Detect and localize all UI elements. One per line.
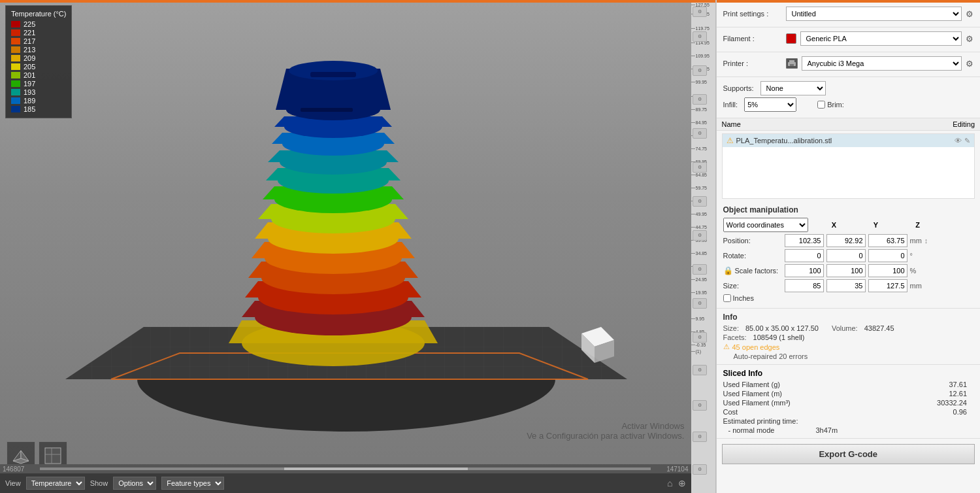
eye-icon[interactable]: 👁 [955, 137, 962, 144]
ruler-tick-line [691, 253, 695, 254]
ruler-icon[interactable]: ⚙ [693, 264, 707, 275]
filament-color-swatch [786, 33, 796, 44]
legend-value: 201 [24, 71, 35, 79]
scale-y[interactable] [826, 264, 866, 277]
supports-label: Supports: [723, 84, 754, 92]
printer-select[interactable]: Anycubic i3 Mega [802, 56, 962, 71]
ruler-icon[interactable]: ⚙ [693, 400, 707, 411]
open-edges-warn: ⚠ 45 open edges [723, 343, 974, 351]
ruler-icon[interactable]: ⚙ [693, 298, 707, 309]
supports-select[interactable]: None [760, 81, 826, 95]
ruler-tick: 59.75 [691, 186, 715, 190]
view-select[interactable]: Temperature [26, 477, 85, 490]
coord-system-select[interactable]: World coordinates [723, 218, 808, 232]
legend-value: 205 [24, 63, 35, 71]
ruler-tick-line [691, 227, 695, 228]
legend-swatch [11, 72, 20, 78]
rotate-x[interactable] [785, 249, 824, 262]
ruler-icon[interactable]: ⚙ [693, 464, 707, 475]
object-list-item[interactable]: ⚠ PLA_Temperatu...alibration.stl 👁 ✎ [723, 134, 975, 147]
3d-viewport[interactable]: Temperature (°C) 22522121721320920520119… [0, 0, 691, 493]
filament-dropdown-wrap: Generic PLA [800, 31, 962, 46]
brim-checkbox[interactable] [817, 101, 825, 109]
legend-value: 193 [24, 88, 35, 96]
legend-swatch [11, 63, 20, 70]
legend-swatch [11, 38, 20, 44]
legend-swatch [11, 21, 20, 27]
scale-left: 146807 [0, 466, 27, 473]
info-title: Info [723, 313, 974, 322]
supports-dropdown-wrap: None [760, 81, 973, 95]
export-gcode-button[interactable]: Export G-code [722, 444, 975, 464]
infill-label: Infill: [723, 101, 738, 109]
ruler-icon[interactable]: ⚙ [693, 7, 707, 17]
size-y[interactable] [826, 279, 866, 292]
printer-icon [786, 58, 798, 69]
legend-value: 213 [24, 46, 35, 54]
position-z[interactable] [868, 234, 907, 247]
ruler-icon[interactable]: ⚙ [693, 230, 707, 241]
svg-rect-46 [790, 64, 794, 66]
ruler-icon[interactable]: ⚙ [693, 162, 707, 173]
printer-settings-icon[interactable]: ⚙ [966, 59, 973, 69]
ruler-icon[interactable]: ⚙ [693, 65, 707, 76]
size-val: 85.00 x 35.00 x 127.50 [745, 324, 819, 332]
ruler-tick: 49.95 [691, 212, 715, 216]
print-settings-gear-icon[interactable]: ⚙ [966, 9, 973, 19]
ruler-tick: 24.95 [691, 277, 715, 282]
ruler-icon[interactable]: ⚙ [693, 432, 707, 442]
horizontal-scrollbar[interactable]: 146807 147104 [0, 464, 691, 473]
object-list-header: Name Editing [717, 118, 981, 131]
ruler-tick-line [691, 148, 695, 149]
slider-track[interactable] [40, 468, 651, 470]
scale-z[interactable] [868, 264, 907, 277]
print-settings-select[interactable]: Untitled [786, 7, 962, 21]
size-z[interactable] [868, 279, 907, 292]
ruler-tick: 44.75 [691, 225, 715, 230]
position-x[interactable] [785, 234, 824, 247]
ruler-icon[interactable]: ⚙ [693, 128, 707, 139]
rotate-y[interactable] [826, 249, 866, 262]
ruler-tick-line [691, 42, 695, 43]
home-icon[interactable]: ⌂ [667, 478, 672, 488]
rotate-z[interactable] [868, 249, 907, 262]
feature-select[interactable]: Feature types [161, 477, 224, 490]
position-reset-icon[interactable]: ↕ [924, 237, 928, 245]
edit-icon[interactable]: ✎ [964, 137, 970, 145]
scale-x[interactable] [785, 264, 824, 277]
bottom-toolbar: View Temperature Show Options Feature ty… [0, 473, 691, 493]
ruler-icon[interactable]: ⚙ [693, 332, 707, 343]
legend-value: 185 [24, 105, 35, 113]
filament-select[interactable]: Generic PLA [800, 31, 962, 46]
size-x[interactable] [785, 279, 824, 292]
position-y[interactable] [826, 234, 866, 247]
filament-m-val: 12.61 [949, 390, 967, 398]
ruler-tick-line [691, 318, 695, 319]
infill-row: Infill: 5% Brim: [723, 97, 974, 112]
inches-checkbox[interactable] [723, 294, 731, 302]
ruler-icon[interactable]: ⚙ [693, 196, 707, 207]
filament-row: Filament : Generic PLA ⚙ [723, 31, 974, 46]
filament-settings-icon[interactable]: ⚙ [966, 34, 973, 44]
y-header: Y [857, 221, 896, 229]
x-header: X [815, 221, 854, 229]
ruler-tick-line [691, 345, 695, 345]
ruler-icon[interactable]: ⚙ [693, 365, 707, 375]
legend-swatch [11, 46, 20, 53]
lock-icon[interactable]: 🔒 [723, 266, 733, 275]
zoom-icon[interactable]: ⊕ [678, 478, 686, 488]
sliced-title: Sliced Info [723, 369, 974, 378]
rotate-unit: ° [910, 252, 913, 260]
print-settings-label: Print settings : [723, 10, 782, 18]
facets-key: Facets: [723, 333, 747, 341]
ruler-tick: 119.75 [691, 26, 715, 31]
supports-row: Supports: None [723, 81, 974, 95]
ruler-icon[interactable]: ⚙ [693, 31, 707, 42]
editing-col-header: Editing [953, 120, 975, 128]
filament-g-row: Used Filament (g) 37.61 [723, 381, 974, 388]
facets-val: 108549 (1 shell) [753, 333, 805, 341]
ruler-tick: (1) [691, 349, 715, 354]
infill-select[interactable]: 5% [744, 97, 796, 112]
show-select[interactable]: Options [113, 477, 156, 490]
ruler-icon[interactable]: ⚙ [693, 94, 707, 105]
